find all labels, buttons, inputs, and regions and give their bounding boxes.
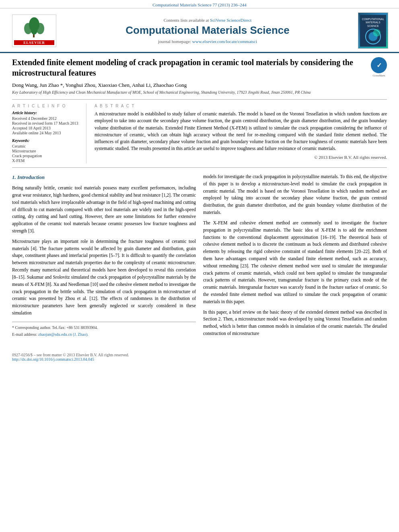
crossmark-icon: ✓ <box>371 57 387 73</box>
abstract-column: A B S T R A C T A microstructure model i… <box>95 104 387 163</box>
body-left-column: 1. Introduction Being naturally brittle,… <box>12 173 196 341</box>
crossmark-badge: ✓ CrossMark <box>371 57 387 77</box>
elsevier-wordmark: ELSEVIER <box>14 40 54 45</box>
footnote-email-line: E-mail address: zhaojun@sdu.edu.cn (J. Z… <box>12 331 196 338</box>
svg-text:SCIENCE: SCIENCE <box>367 24 379 27</box>
paper-title-section: Extended finite element modeling of crac… <box>12 57 387 100</box>
keyword-ceramic: Ceramic <box>12 144 80 148</box>
article-history-label: Article history: <box>12 111 80 115</box>
body-para-3: models for investigate the crack propaga… <box>203 173 387 216</box>
keywords-label: Keywords: <box>12 138 80 143</box>
article-info-abstract-section: A R T I C L E I N F O Article history: R… <box>12 104 387 168</box>
homepage-link[interactable]: www.elsevier.com/locate/commatsci <box>192 39 257 44</box>
cover-image-svg: COMPUTATIONAL MATERIALS SCIENCE <box>360 14 386 48</box>
section1-title: 1. Introduction <box>12 173 196 181</box>
body-para-4: The X-FEM and cohesive element method ar… <box>203 220 387 306</box>
journal-cover-area: COMPUTATIONAL MATERIALS SCIENCE <box>355 12 391 49</box>
crossmark-label: CrossMark <box>371 74 387 77</box>
available-online-date: Available online 24 May 2013 <box>12 131 80 135</box>
sciverse-link[interactable]: SciVerse ScienceDirect <box>210 18 251 23</box>
body-para-5: In this paper, a brief review on the bas… <box>203 309 387 337</box>
footnote-star: * Corresponding author. Tel./fax: +86 53… <box>12 325 196 331</box>
journal-header-center: Contents lists available at SciVerse Sci… <box>64 12 351 49</box>
received-date: Received 4 December 2012 <box>12 116 80 121</box>
svg-text:MATERIALS: MATERIALS <box>366 21 380 24</box>
bottom-issn: 0927-0256/$ – see front matter © 2013 El… <box>12 353 387 357</box>
abstract-header: A B S T R A C T <box>95 104 387 108</box>
abstract-copyright: © 2013 Elsevier B.V. All rights reserved… <box>95 155 387 160</box>
journal-title: Computational Materials Science <box>125 24 289 37</box>
body-para-2: Microstructure plays an important role i… <box>12 238 196 317</box>
footnote-email-label: E-mail address: <box>12 332 37 337</box>
svg-point-4 <box>31 27 37 35</box>
journal-cover-image: COMPUTATIONAL MATERIALS SCIENCE <box>358 12 388 49</box>
elsevier-logo-area: ELSEVIER <box>8 12 60 49</box>
paper-affiliation: Key Laboratory of High Efficiency and Cl… <box>12 90 367 94</box>
bottom-bar: 0927-0256/$ – see front matter © 2013 El… <box>0 353 399 362</box>
article-info-header: A R T I C L E I N F O <box>12 104 80 108</box>
sciverse-label: Contents lists available at SciVerse Sci… <box>164 18 251 23</box>
svg-text:COMPUTATIONAL: COMPUTATIONAL <box>362 18 384 21</box>
paper-content: Extended finite element modeling of crac… <box>0 53 399 349</box>
journal-homepage: journal homepage: www.elsevier.com/locat… <box>158 39 257 44</box>
keyword-microstructure: Microstructure <box>12 149 80 153</box>
elsevier-logo-top <box>14 16 54 39</box>
journal-ref-text: Computational Materials Science 77 (2013… <box>152 2 247 7</box>
abstract-text: A microstructure model is established to… <box>95 111 387 152</box>
keyword-crack-propagation: Crack propagation <box>12 154 80 158</box>
elsevier-tree-icon <box>20 16 48 39</box>
received-revised-date: Received in revised form 17 March 2013 <box>12 121 80 125</box>
footnote-email: zhaojun@sdu.edu.cn (J. Zhao). <box>38 332 88 337</box>
article-info-column: A R T I C L E I N F O Article history: R… <box>12 104 86 163</box>
paper-title-text: Extended finite element modeling of crac… <box>12 57 367 97</box>
svg-point-11 <box>373 29 380 37</box>
keyword-xfem: X-FEM <box>12 158 80 163</box>
elsevier-logo-box: ELSEVIER <box>12 14 56 47</box>
body-right-column: models for investigate the crack propaga… <box>203 173 387 341</box>
body-two-column: 1. Introduction Being naturally brittle,… <box>12 173 387 341</box>
journal-ref-bar: Computational Materials Science 77 (2013… <box>0 0 399 8</box>
body-para-1: Being naturally brittle, ceramic tool ma… <box>12 185 196 235</box>
accepted-date: Accepted 18 April 2013 <box>12 126 80 130</box>
paper-authors: Dong Wang, Jun Zhao *, Yonghui Zhou, Xia… <box>12 82 367 88</box>
footnote-area: * Corresponding author. Tel./fax: +86 53… <box>12 322 196 338</box>
journal-header: ELSEVIER Contents lists available at Sci… <box>0 8 399 53</box>
bottom-doi-link[interactable]: http://dx.doi.org/10.1016/j.commatsci.20… <box>12 357 94 362</box>
paper-title: Extended finite element modeling of crac… <box>12 57 367 78</box>
